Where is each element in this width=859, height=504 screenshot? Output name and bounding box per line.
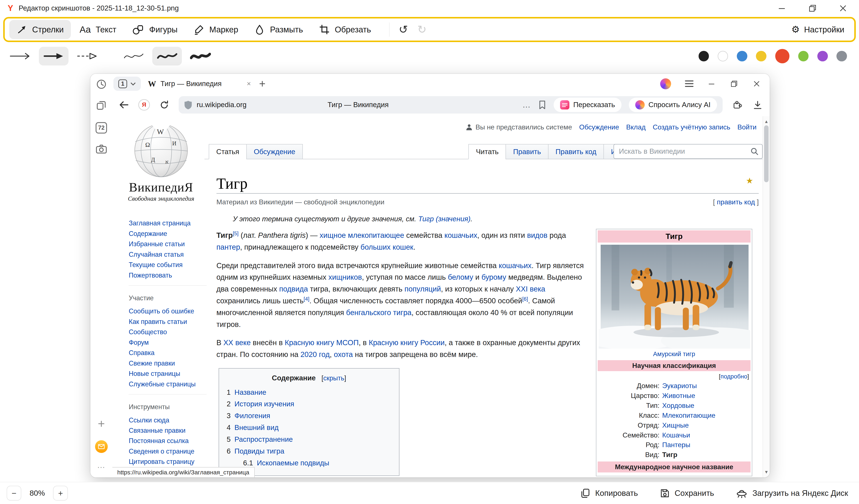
tool-blur[interactable]: Размыть — [247, 20, 310, 39]
restore-button[interactable] — [809, 4, 816, 12]
toc-link[interactable]: Название — [235, 388, 266, 396]
browser-restore-button[interactable] — [730, 79, 739, 88]
nav-donate[interactable]: Пожертвовать — [129, 270, 206, 280]
nav-report-error[interactable]: Сообщить об ошибке — [129, 306, 206, 316]
zoom-out-button[interactable]: − — [7, 486, 21, 501]
taxo-link[interactable]: Пантеры — [662, 440, 751, 450]
color-black[interactable] — [698, 51, 709, 61]
personal-link-contrib[interactable]: Вклад — [626, 123, 646, 131]
bookmark-button[interactable] — [538, 100, 546, 109]
browser-close-button[interactable] — [752, 79, 761, 88]
taxobox-details-link[interactable]: [подробно] — [598, 372, 751, 381]
color-red-selected[interactable] — [775, 49, 789, 63]
tab-article[interactable]: Статья — [209, 144, 247, 159]
nav-community[interactable]: Сообщество — [129, 327, 206, 337]
screenshot-button[interactable] — [95, 144, 107, 154]
nav-how-to-edit[interactable]: Как править статьи — [129, 316, 206, 327]
line-style-thick[interactable] — [186, 47, 215, 65]
toc-link[interactable]: Внешний вид — [235, 424, 279, 431]
address-bar[interactable]: ru.wikipedia.org Тигр — Википедия … Пере… — [179, 96, 723, 114]
minimize-button[interactable] — [778, 4, 786, 12]
tool-marker[interactable]: Маркер — [186, 20, 245, 39]
settings-button[interactable]: ⚙ Настройки — [792, 25, 850, 34]
color-gray[interactable] — [837, 51, 847, 61]
tool-text[interactable]: Аа Текст — [72, 20, 123, 39]
personal-link-discussion[interactable]: Обсуждение — [579, 123, 619, 131]
counter-badge[interactable]: 72 — [95, 122, 107, 134]
personal-link-create-account[interactable]: Создать учётную запись — [653, 123, 730, 131]
history-button[interactable] — [96, 79, 107, 90]
arrow-style-filled[interactable] — [39, 47, 69, 65]
nav-forum[interactable]: Форум — [129, 337, 206, 348]
wikipedia-logo[interactable]: W Ω И Д א ВикипедиЯ Свободная энциклопед… — [118, 120, 204, 202]
taxo-link[interactable]: Хищные — [662, 421, 751, 430]
browser-menu-button[interactable] — [685, 79, 694, 88]
close-button[interactable] — [839, 4, 847, 12]
tool-arrows[interactable]: Стрелки — [9, 20, 71, 39]
arrow-style-dashed[interactable] — [72, 47, 102, 65]
nav-what-links-here[interactable]: Ссылки сюда — [129, 415, 206, 425]
tab-edit[interactable]: Править — [506, 144, 548, 159]
toc-link[interactable]: Филогения — [235, 412, 270, 419]
search-button[interactable] — [751, 148, 758, 155]
zoom-in-button[interactable]: + — [53, 486, 68, 501]
tab-edit-source[interactable]: Править код — [548, 144, 604, 159]
edit-source-link[interactable]: [ править код ] — [713, 198, 759, 206]
alice-avatar-icon[interactable] — [660, 78, 671, 89]
color-white[interactable] — [718, 51, 728, 61]
more-actions-button[interactable]: … — [522, 101, 531, 109]
search-input[interactable] — [619, 147, 751, 155]
toc-link[interactable]: Ископаемые подвиды — [257, 459, 329, 467]
nav-contents[interactable]: Содержание — [129, 228, 206, 239]
ask-alice-button[interactable]: Спросить Алису AI — [629, 98, 717, 112]
taxo-link[interactable]: Кошачьи — [662, 430, 751, 440]
scroll-down-arrow[interactable]: ▼ — [763, 470, 770, 474]
tab-counter-button[interactable]: 1 — [114, 77, 141, 91]
toc-link[interactable]: История изучения — [235, 400, 294, 408]
retell-button[interactable]: Пересказать — [554, 98, 622, 112]
upload-disk-button[interactable]: Загрузить на Яндекс Диск — [736, 488, 848, 498]
line-style-medium[interactable] — [152, 47, 182, 65]
color-yellow[interactable] — [756, 51, 766, 61]
page-scrollbar[interactable]: ▲ ▼ — [763, 116, 770, 478]
browser-minimize-button[interactable] — [707, 79, 716, 88]
tool-crop[interactable]: Обрезать — [312, 20, 378, 39]
downloads-button[interactable] — [749, 96, 766, 114]
toc-hide-link[interactable]: [скрыть] — [321, 375, 346, 382]
nav-cite-page[interactable]: Цитировать страницу — [129, 456, 206, 467]
color-green[interactable] — [798, 51, 809, 61]
toc-link[interactable]: Распространение — [235, 435, 293, 443]
new-tab-button[interactable]: + — [259, 78, 266, 89]
sidebar-add-button[interactable]: + — [98, 418, 105, 430]
personal-link-login[interactable]: Войти — [737, 123, 756, 131]
tabs-panel-button[interactable] — [96, 100, 107, 111]
save-button[interactable]: Сохранить — [660, 488, 714, 498]
nav-random[interactable]: Случайная статья — [129, 249, 206, 260]
scroll-up-arrow[interactable]: ▲ — [763, 119, 770, 124]
undo-button[interactable]: ↺ — [394, 20, 413, 39]
redo-button[interactable]: ↻ — [413, 20, 432, 39]
color-blue[interactable] — [737, 51, 747, 61]
nav-main-page[interactable]: Заглавная страница — [129, 218, 206, 228]
yandex-home-button[interactable]: Я — [135, 96, 153, 114]
tab-read[interactable]: Читать — [468, 144, 506, 159]
browser-tab-active[interactable]: W Тигр — Википедия × — [148, 79, 251, 89]
taxo-link[interactable]: Животные — [662, 391, 751, 401]
scrollbar-thumb[interactable] — [764, 125, 769, 182]
color-purple[interactable] — [817, 51, 828, 61]
nav-related-changes[interactable]: Связанные правки — [129, 425, 206, 436]
taxo-link[interactable]: Эукариоты — [662, 381, 751, 391]
tab-discussion[interactable]: Обсуждение — [246, 144, 303, 159]
nav-new-pages[interactable]: Новые страницы — [129, 368, 206, 379]
copy-button[interactable]: Копировать — [581, 488, 638, 498]
nav-featured[interactable]: Избранные статьи — [129, 239, 206, 249]
back-button[interactable] — [115, 96, 133, 114]
nav-recent-changes[interactable]: Свежие правки — [129, 358, 206, 368]
taxobox-caption[interactable]: Амурский тигр — [598, 350, 751, 358]
toc-link[interactable]: Подвиды тигра — [235, 447, 284, 455]
nav-page-info[interactable]: Сведения о странице — [129, 446, 206, 456]
tool-shapes[interactable]: Фигуры — [125, 20, 185, 39]
sidebar-more-button[interactable]: … — [97, 460, 106, 470]
nav-current-events[interactable]: Текущие события — [129, 260, 206, 270]
mail-button[interactable] — [95, 440, 108, 453]
